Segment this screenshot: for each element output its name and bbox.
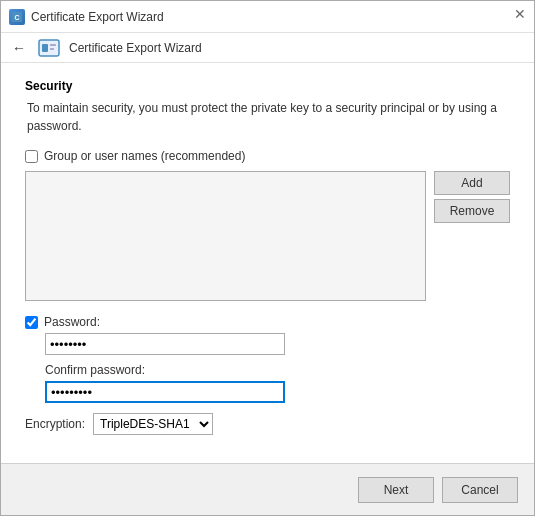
title-bar: C Certificate Export Wizard ✕ [1,1,534,33]
remove-button[interactable]: Remove [434,199,510,223]
next-button[interactable]: Next [358,477,434,503]
password-label-row: Password: [25,315,510,329]
password-section: Password: [25,315,510,355]
svg-rect-3 [42,44,48,52]
certificate-export-wizard-window: C Certificate Export Wizard ✕ ← Certific… [0,0,535,516]
group-checkbox[interactable] [25,150,38,163]
password-checkbox[interactable] [25,316,38,329]
group-box: Add Remove [25,171,510,301]
wizard-title: Certificate Export Wizard [69,41,202,55]
section-description: To maintain security, you must protect t… [25,99,510,135]
password-label[interactable]: Password: [44,315,100,329]
svg-rect-5 [50,48,54,50]
close-button[interactable]: ✕ [514,7,526,21]
footer: Next Cancel [1,463,534,515]
confirm-password-label-row: Confirm password: [25,363,510,377]
group-checkbox-row: Group or user names (recommended) [25,149,510,163]
encryption-label: Encryption: [25,417,85,431]
cancel-button[interactable]: Cancel [442,477,518,503]
wizard-icon [37,36,61,60]
back-button[interactable]: ← [9,38,29,58]
confirm-password-label: Confirm password: [25,363,145,377]
add-button[interactable]: Add [434,171,510,195]
confirm-password-input[interactable] [45,381,285,403]
encryption-select[interactable]: TripleDES-SHA1 AES256-SHA256 [93,413,213,435]
content-area: Security To maintain security, you must … [1,63,534,463]
side-buttons: Add Remove [434,171,510,223]
nav-bar: ← Certificate Export Wizard [1,33,534,63]
group-list[interactable] [25,171,426,301]
svg-rect-4 [50,44,56,46]
encryption-row: Encryption: TripleDES-SHA1 AES256-SHA256 [25,413,510,435]
section-title: Security [25,79,510,93]
svg-text:C: C [14,14,19,21]
confirm-password-section: Confirm password: [25,363,510,403]
group-checkbox-label[interactable]: Group or user names (recommended) [44,149,245,163]
password-input[interactable] [45,333,285,355]
window-title: Certificate Export Wizard [31,10,526,24]
window-icon: C [9,9,25,25]
